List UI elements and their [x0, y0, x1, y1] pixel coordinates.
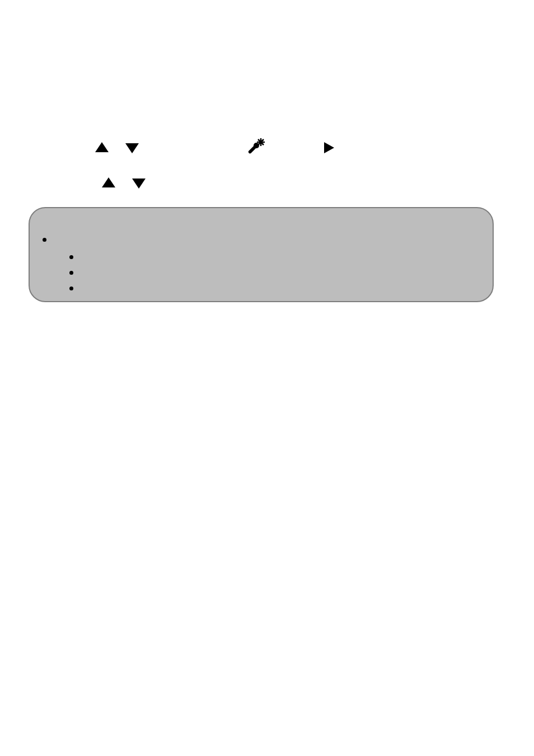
bullet-icon [43, 238, 46, 242]
content-panel [29, 207, 494, 302]
svg-point-4 [260, 141, 263, 144]
settings-wrench-icon[interactable] [247, 137, 268, 159]
triangle-up-icon[interactable] [95, 142, 109, 152]
bullet-icon [69, 287, 73, 290]
play-icon[interactable] [324, 142, 334, 153]
bullet-icon [69, 271, 73, 275]
triangle-down-icon[interactable] [132, 179, 146, 189]
triangle-up-icon[interactable] [102, 177, 115, 187]
bullet-icon [69, 255, 73, 259]
triangle-down-icon[interactable] [125, 143, 139, 153]
